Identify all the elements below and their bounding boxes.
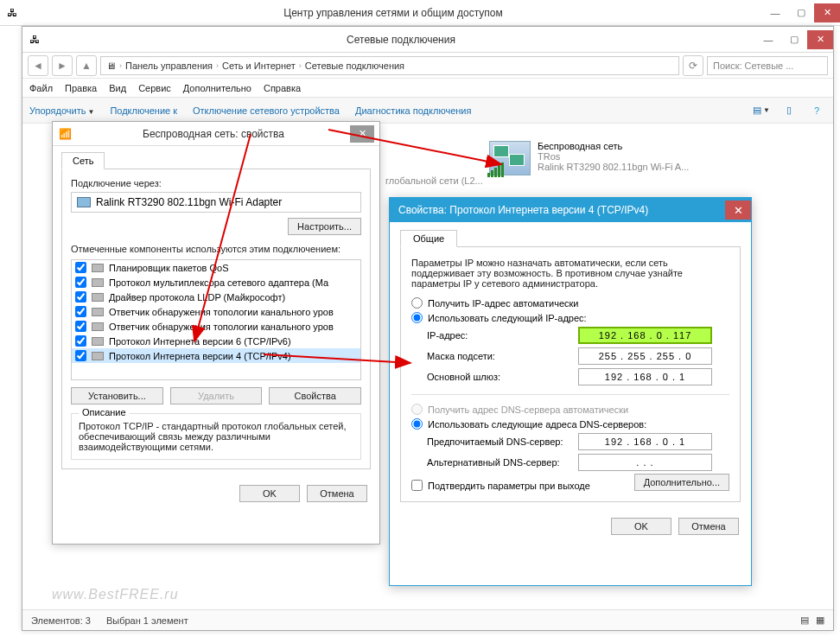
radio-manual-ip[interactable]: Использовать следующий IP-адрес: bbox=[411, 312, 729, 323]
view-large-icon[interactable]: ▦ bbox=[816, 615, 824, 626]
install-button[interactable]: Установить... bbox=[71, 387, 163, 404]
dialog2-close-button[interactable]: ✕ bbox=[725, 201, 751, 220]
preview-pane-button[interactable]: ▯ bbox=[780, 101, 799, 120]
toolbar-connect[interactable]: Подключение к bbox=[110, 105, 177, 116]
configure-button[interactable]: Настроить... bbox=[288, 218, 361, 235]
menu-help[interactable]: Справка bbox=[264, 83, 301, 93]
confirm-on-exit-checkbox[interactable] bbox=[411, 480, 423, 491]
component-checkbox[interactable] bbox=[75, 291, 86, 303]
menu-edit[interactable]: Правка bbox=[65, 83, 97, 93]
dialog1-titlebar: 📶 Беспроводная сеть: свойства ✕ bbox=[53, 122, 379, 146]
parent-titlebar: 🖧 Центр управления сетями и общим доступ… bbox=[0, 0, 840, 26]
dialog2-cancel-button[interactable]: Отмена bbox=[678, 518, 739, 535]
component-item[interactable]: Протокол Интернета версии 6 (TCP/IPv6) bbox=[72, 334, 360, 348]
breadcrumb-item[interactable]: Сетевые подключения bbox=[305, 61, 404, 71]
adapter-network: TRos bbox=[538, 151, 689, 162]
breadcrumb-root-icon: 🖥 bbox=[106, 61, 116, 71]
component-checkbox[interactable] bbox=[75, 306, 86, 317]
breadcrumb[interactable]: 🖥 › Панель управления › Сеть и Интернет … bbox=[100, 56, 679, 75]
breadcrumb-sep: › bbox=[216, 61, 219, 70]
component-icon bbox=[92, 264, 104, 272]
gateway-field[interactable]: 192 . 168 . 0 . 1 bbox=[578, 368, 712, 385]
ip-label: IP-адрес: bbox=[427, 330, 578, 341]
component-checkbox[interactable] bbox=[75, 262, 86, 273]
component-item[interactable]: Протокол мультиплексора сетевого адаптер… bbox=[72, 275, 360, 290]
toolbar: Упорядочить▼ Подключение к Отключение се… bbox=[22, 98, 833, 124]
components-list[interactable]: Планировщик пакетов QoS Протокол мультип… bbox=[71, 259, 361, 380]
parent-close-button[interactable]: ✕ bbox=[814, 3, 840, 22]
up-button[interactable]: ▲ bbox=[76, 55, 97, 76]
toolbar-organize[interactable]: Упорядочить▼ bbox=[29, 105, 94, 116]
back-button[interactable]: ◄ bbox=[28, 55, 48, 76]
breadcrumb-sep: › bbox=[299, 61, 302, 70]
radio-manual-dns[interactable]: Использовать следующие адреса DNS-сервер… bbox=[411, 418, 729, 430]
view-options-button[interactable]: ▤▼ bbox=[752, 101, 771, 120]
alternate-dns-field[interactable]: . . . bbox=[578, 454, 712, 471]
ghost-item-text: глобальной сети (L2... bbox=[385, 175, 483, 186]
network-adapter-item[interactable]: Беспроводная сеть TRos Ralink RT3290 802… bbox=[489, 141, 697, 175]
menu-view[interactable]: Вид bbox=[109, 83, 126, 93]
dialog2-title: Свойства: Протокол Интернета версии 4 (T… bbox=[398, 204, 725, 216]
advanced-button[interactable]: Дополнительно... bbox=[634, 474, 729, 491]
breadcrumb-item[interactable]: Панель управления bbox=[125, 61, 213, 71]
component-item[interactable]: Драйвер протокола LLDP (Майкрософт) bbox=[72, 290, 360, 304]
forward-button[interactable]: ► bbox=[52, 55, 73, 76]
tab-network[interactable]: Сеть bbox=[61, 152, 105, 169]
maximize-button[interactable]: ▢ bbox=[781, 30, 807, 49]
components-label: Отмеченные компоненты используются этим … bbox=[71, 244, 361, 254]
adapter-icon bbox=[77, 197, 91, 207]
nav-bar: ◄ ► ▲ 🖥 › Панель управления › Сеть и Инт… bbox=[22, 53, 833, 79]
breadcrumb-item[interactable]: Сеть и Интернет bbox=[222, 61, 296, 71]
radio-auto-dns-input bbox=[411, 404, 423, 415]
dialog1-cancel-button[interactable]: Отмена bbox=[307, 485, 367, 502]
component-item[interactable]: Ответчик обнаружения топологии канальног… bbox=[72, 304, 360, 319]
view-details-icon[interactable]: ▤ bbox=[800, 615, 809, 626]
parent-window: 🖧 Центр управления сетями и общим доступ… bbox=[0, 0, 840, 26]
component-icon bbox=[92, 337, 104, 346]
menu-file[interactable]: Файл bbox=[29, 83, 53, 93]
subnet-mask-field[interactable]: 255 . 255 . 255 . 0 bbox=[578, 347, 712, 365]
radio-auto-ip[interactable]: Получить IP-адрес автоматически bbox=[411, 297, 729, 309]
ip-address-field[interactable]: 192 . 168 . 0 . 117 bbox=[578, 327, 712, 344]
close-button[interactable]: ✕ bbox=[807, 30, 833, 49]
component-item[interactable]: Ответчик обнаружения топологии канальног… bbox=[72, 319, 360, 334]
parent-maximize-button[interactable]: ▢ bbox=[788, 3, 814, 22]
parent-minimize-button[interactable]: — bbox=[762, 3, 788, 22]
minimize-button[interactable]: — bbox=[755, 30, 781, 49]
component-item[interactable]: Планировщик пакетов QoS bbox=[72, 260, 360, 275]
component-checkbox[interactable] bbox=[75, 277, 86, 288]
search-input[interactable]: Поиск: Сетевые ... bbox=[707, 56, 828, 75]
toolbar-diagnose[interactable]: Диагностика подключения bbox=[355, 105, 471, 116]
refresh-button[interactable]: ⟳ bbox=[683, 55, 703, 76]
menu-service[interactable]: Сервис bbox=[138, 83, 171, 93]
status-selected: Выбран 1 элемент bbox=[106, 615, 188, 626]
dialog2-ok-button[interactable]: OK bbox=[611, 518, 671, 535]
dialog1-close-button[interactable]: ✕ bbox=[350, 125, 374, 143]
dialog2-titlebar: Свойства: Протокол Интернета версии 4 (T… bbox=[390, 198, 751, 222]
component-checkbox[interactable] bbox=[75, 350, 86, 361]
gateway-label: Основной шлюз: bbox=[427, 372, 578, 382]
search-placeholder: Поиск: Сетевые ... bbox=[713, 61, 793, 71]
properties-button[interactable]: Свойства bbox=[269, 387, 361, 404]
window-titlebar: 🖧 Сетевые подключения — ▢ ✕ bbox=[22, 27, 833, 53]
component-checkbox[interactable] bbox=[75, 321, 86, 332]
window-icon: 🖧 bbox=[22, 34, 47, 46]
menu-advanced[interactable]: Дополнительно bbox=[183, 83, 251, 93]
component-item-selected[interactable]: Протокол Интернета версии 4 (TCP/IPv4) bbox=[72, 348, 360, 363]
tab-general[interactable]: Общие bbox=[400, 230, 457, 247]
dialog1-ok-button[interactable]: OK bbox=[239, 485, 300, 502]
preferred-dns-field[interactable]: 192 . 168 . 0 . 1 bbox=[578, 433, 712, 450]
toolbar-disable[interactable]: Отключение сетевого устройства bbox=[193, 105, 340, 116]
mask-label: Маска подсети: bbox=[427, 351, 578, 361]
parent-window-title: Центр управления сетями и общим доступом bbox=[24, 7, 762, 19]
radio-manual-dns-input[interactable] bbox=[411, 418, 423, 430]
component-icon bbox=[92, 322, 104, 331]
connect-via-label: Подключение через: bbox=[71, 178, 361, 188]
adapter-field: Ralink RT3290 802.11bgn Wi-Fi Adapter bbox=[71, 192, 361, 213]
window-title: Сетевые подключения bbox=[47, 34, 755, 46]
help-button[interactable]: ? bbox=[807, 101, 826, 120]
radio-auto-ip-input[interactable] bbox=[411, 297, 423, 309]
adapter-name: Беспроводная сеть bbox=[538, 141, 689, 151]
radio-manual-ip-input[interactable] bbox=[411, 312, 423, 323]
component-checkbox[interactable] bbox=[75, 335, 86, 347]
